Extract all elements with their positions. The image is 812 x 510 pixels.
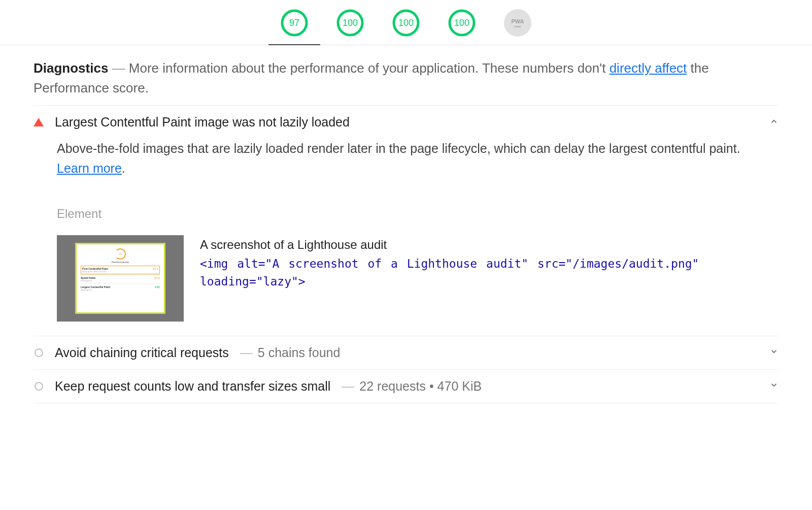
chevron-up-icon xyxy=(769,117,779,128)
audit-request-counts: Keep request counts low and transfer siz… xyxy=(33,370,779,403)
diagnostics-description-pre: More information about the performance o… xyxy=(129,60,610,76)
score-tab-best-practices[interactable]: 100 xyxy=(392,9,420,37)
score-tab-pwa[interactable]: PWA xyxy=(504,9,531,37)
element-label: Element xyxy=(57,207,779,221)
chevron-down-icon xyxy=(769,347,779,358)
audit-title: Largest Contentful Paint image was not l… xyxy=(55,115,350,130)
diagnostics-header: Diagnostics — More information about the… xyxy=(33,58,779,106)
pwa-label: PWA xyxy=(511,18,524,24)
audit-body: Above-the-fold images that are lazily lo… xyxy=(33,139,779,336)
fail-triangle-icon xyxy=(33,118,44,126)
score-tab-seo[interactable]: 100 xyxy=(448,9,476,37)
audit-description-text: Above-the-fold images that are lazily lo… xyxy=(57,141,740,155)
score-gauge: 100 xyxy=(448,9,476,37)
audit-subtext-value: 5 chains found xyxy=(258,345,341,360)
audit-description: Above-the-fold images that are lazily lo… xyxy=(57,139,779,178)
diagnostics-title: Diagnostics xyxy=(33,60,108,76)
score-tabs: 97 100 100 100 PWA xyxy=(0,0,812,45)
learn-more-link[interactable]: Learn more xyxy=(57,161,122,175)
info-circle-icon xyxy=(33,348,44,357)
element-thumbnail[interactable]: Performance First Contentful Paintlorem … xyxy=(57,235,184,322)
audit-critical-chains: Avoid chaining critical requests — 5 cha… xyxy=(33,336,779,370)
element-row: Performance First Contentful Paintlorem … xyxy=(57,235,779,322)
content-area: Diagnostics — More information about the… xyxy=(0,45,812,403)
score-value: 100 xyxy=(336,9,364,37)
element-text: A screenshot of a Lighthouse audit <img … xyxy=(200,235,779,291)
audit-title: Avoid chaining critical requests xyxy=(55,345,229,360)
score-value: 100 xyxy=(448,9,476,37)
score-gauge: 97 xyxy=(281,9,308,37)
score-tab-performance[interactable]: 97 xyxy=(281,9,308,37)
score-value: 100 xyxy=(392,9,420,37)
score-value: 97 xyxy=(281,9,308,37)
audit-summary-toggle[interactable]: Avoid chaining critical requests — 5 cha… xyxy=(33,336,779,369)
score-gauge: 100 xyxy=(392,9,420,37)
audit-subtext-value: 22 requests • 470 KiB xyxy=(359,379,482,394)
diagnostics-link[interactable]: directly affect xyxy=(610,60,687,76)
score-tab-accessibility[interactable]: 100 xyxy=(336,9,364,37)
audit-title: Keep request counts low and transfer siz… xyxy=(55,379,330,394)
audit-lcp-lazy-load: Largest Contentful Paint image was not l… xyxy=(33,106,779,336)
pwa-dash-icon xyxy=(514,26,521,27)
audit-summary-toggle[interactable]: Keep request counts low and transfer siz… xyxy=(33,370,779,403)
pwa-badge: PWA xyxy=(504,9,531,37)
chevron-down-icon xyxy=(769,380,779,392)
audit-summary-toggle[interactable]: Largest Contentful Paint image was not l… xyxy=(33,106,779,139)
info-circle-icon xyxy=(33,382,44,391)
element-caption: A screenshot of a Lighthouse audit xyxy=(200,235,779,254)
score-gauge: 100 xyxy=(336,9,364,37)
audit-subtext: — 5 chains found xyxy=(240,345,341,360)
dash-separator: — xyxy=(112,60,129,76)
audit-subtext: — 22 requests • 470 KiB xyxy=(342,379,482,394)
element-code: <img alt="A screenshot of a Lighthouse a… xyxy=(200,255,779,291)
